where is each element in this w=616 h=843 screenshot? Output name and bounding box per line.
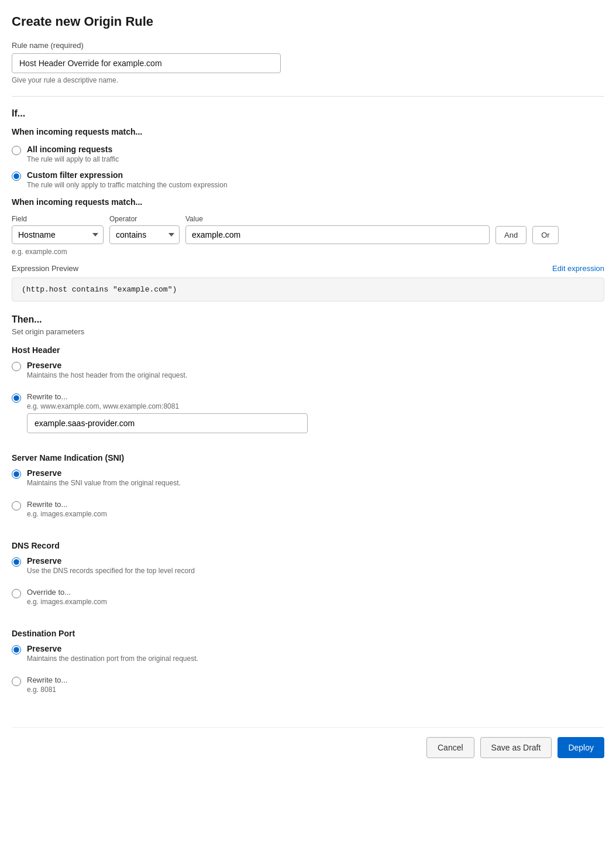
dns-preserve-option[interactable]: Preserve Use the DNS records specified f…	[12, 556, 604, 575]
dns-preserve-desc: Use the DNS records specified for the to…	[27, 567, 195, 575]
rule-name-input[interactable]	[12, 53, 281, 73]
radio-sni-rewrite[interactable]	[12, 501, 21, 510]
if-section-subtitle: When incoming requests match...	[12, 127, 604, 136]
dns-override-example: e.g. images.example.com	[27, 598, 107, 606]
radio-host-header-preserve[interactable]	[12, 362, 21, 371]
host-header-preserve-option[interactable]: Preserve Maintains the host header from …	[12, 361, 604, 379]
dest-port-rewrite-example: e.g. 8081	[27, 686, 67, 694]
sni-section: Server Name Indication (SNI) Preserve Ma…	[12, 453, 604, 528]
radio-custom-expression[interactable]	[12, 172, 21, 181]
edit-expression-link[interactable]: Edit expression	[552, 264, 604, 273]
host-header-preserve-title: Preserve	[27, 361, 187, 370]
radio-dns-override[interactable]	[12, 589, 21, 598]
filter-operator-col: Operator contains equals starts with end…	[109, 215, 180, 244]
host-header-rewrite-option[interactable]: Rewrite to... e.g. www.example.com, www.…	[12, 392, 604, 433]
origin-params-label: Set origin parameters	[12, 327, 604, 336]
destination-port-section: Destination Port Preserve Maintains the …	[12, 629, 604, 704]
radio-dns-preserve[interactable]	[12, 557, 21, 567]
then-section-title: Then...	[12, 314, 604, 325]
sni-preserve-desc: Maintains the SNI value from the origina…	[27, 479, 181, 487]
host-header-rewrite-example: e.g. www.example.com, www.example.com:80…	[27, 402, 308, 410]
sni-options: Preserve Maintains the SNI value from th…	[12, 468, 604, 528]
rule-name-hint: Give your rule a descriptive name.	[12, 76, 604, 84]
then-section: Then... Set origin parameters Host Heade…	[12, 314, 604, 704]
filter-value-example: e.g. example.com	[12, 248, 604, 256]
sni-title: Server Name Indication (SNI)	[12, 453, 604, 462]
option-custom-expression[interactable]: Custom filter expression The rule will o…	[12, 170, 604, 189]
filter-field-label: Field	[12, 215, 104, 223]
deploy-button[interactable]: Deploy	[558, 737, 604, 758]
option-all-requests[interactable]: All incoming requests The rule will appl…	[12, 145, 604, 163]
filter-value-col: Value	[185, 215, 490, 244]
all-requests-desc: The rule will apply to all traffic	[27, 155, 119, 163]
expression-preview-header: Expression Preview Edit expression	[12, 264, 604, 273]
host-header-title: Host Header	[12, 345, 604, 355]
dns-record-title: DNS Record	[12, 541, 604, 550]
dns-preserve-title: Preserve	[27, 556, 195, 566]
dest-port-preserve-desc: Maintains the destination port from the …	[27, 654, 198, 663]
filter-value-input[interactable]	[185, 225, 490, 244]
filter-field-select[interactable]: Hostname URI Path IP Source Address	[12, 225, 104, 244]
expression-preview-box: (http.host contains "example.com")	[12, 277, 604, 301]
sni-rewrite-example: e.g. images.example.com	[27, 510, 107, 518]
host-header-options: Preserve Maintains the host header from …	[12, 361, 604, 440]
filter-section-subtitle: When incoming requests match...	[12, 197, 604, 207]
dest-port-rewrite-option[interactable]: Rewrite to... e.g. 8081	[12, 676, 604, 697]
if-section-title: If...	[12, 108, 604, 119]
destination-port-options: Preserve Maintains the destination port …	[12, 644, 604, 704]
dns-override-label: Override to...	[27, 588, 107, 597]
host-header-section: Host Header Preserve Maintains the host …	[12, 345, 604, 440]
rule-name-label: Rule name (required)	[12, 41, 604, 50]
filter-operator-label: Operator	[109, 215, 180, 223]
custom-expression-desc: The rule will only apply to traffic matc…	[27, 181, 228, 189]
sni-preserve-option[interactable]: Preserve Maintains the SNI value from th…	[12, 468, 604, 487]
radio-dest-port-preserve[interactable]	[12, 645, 21, 654]
host-header-rewrite-input[interactable]	[27, 413, 308, 433]
radio-dest-port-rewrite[interactable]	[12, 677, 21, 686]
custom-expression-title: Custom filter expression	[27, 170, 228, 180]
dest-port-preserve-title: Preserve	[27, 644, 198, 653]
expression-preview-area: Expression Preview Edit expression (http…	[12, 264, 604, 301]
save-draft-button[interactable]: Save as Draft	[480, 737, 552, 758]
footer-actions: Cancel Save as Draft Deploy	[12, 727, 604, 758]
sni-rewrite-option[interactable]: Rewrite to... e.g. images.example.com	[12, 500, 604, 521]
dest-port-rewrite-label: Rewrite to...	[27, 676, 67, 684]
or-button[interactable]: Or	[532, 226, 558, 244]
filter-value-label: Value	[185, 215, 490, 223]
section-divider	[12, 96, 604, 97]
incoming-requests-options: All incoming requests The rule will appl…	[12, 145, 604, 189]
destination-port-title: Destination Port	[12, 629, 604, 638]
radio-sni-preserve[interactable]	[12, 470, 21, 479]
expression-preview-label: Expression Preview	[12, 264, 78, 273]
dns-record-options: Preserve Use the DNS records specified f…	[12, 556, 604, 616]
dns-record-section: DNS Record Preserve Use the DNS records …	[12, 541, 604, 616]
dest-port-preserve-option[interactable]: Preserve Maintains the destination port …	[12, 644, 604, 663]
host-header-preserve-desc: Maintains the host header from the origi…	[27, 371, 187, 379]
sni-preserve-title: Preserve	[27, 468, 181, 478]
filter-field-col: Field Hostname URI Path IP Source Addres…	[12, 215, 104, 244]
filter-operator-select[interactable]: contains equals starts with ends with	[109, 225, 180, 244]
radio-host-header-rewrite[interactable]	[12, 393, 21, 403]
all-requests-title: All incoming requests	[27, 145, 119, 154]
host-header-rewrite-label: Rewrite to...	[27, 392, 308, 401]
radio-all-requests[interactable]	[12, 146, 21, 155]
cancel-button[interactable]: Cancel	[426, 737, 474, 758]
filter-row: Field Hostname URI Path IP Source Addres…	[12, 215, 604, 244]
dns-override-option[interactable]: Override to... e.g. images.example.com	[12, 588, 604, 609]
and-button[interactable]: And	[495, 226, 526, 244]
page-title: Create new Origin Rule	[12, 14, 604, 29]
sni-rewrite-label: Rewrite to...	[27, 500, 107, 509]
